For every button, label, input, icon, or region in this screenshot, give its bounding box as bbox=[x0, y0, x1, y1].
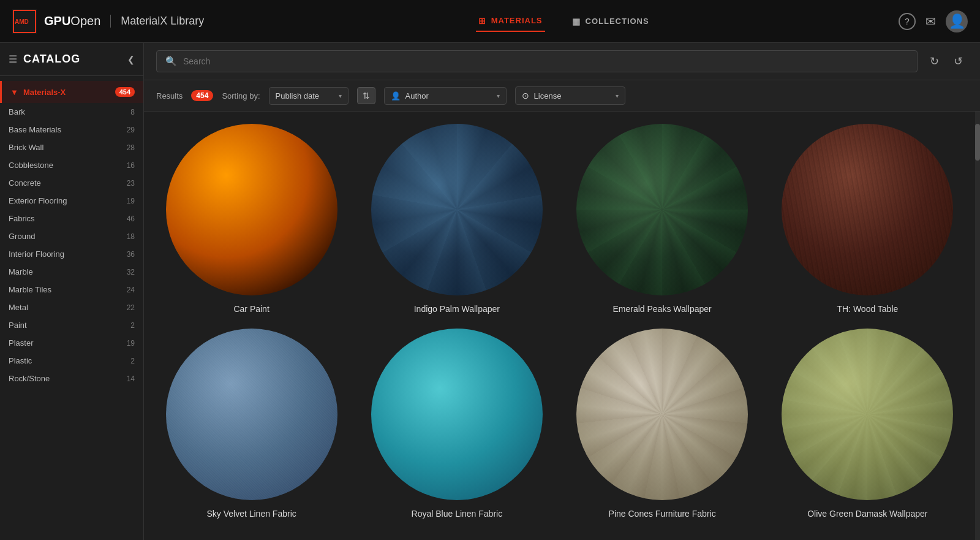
license-dropdown[interactable]: ⊙ License ▾ bbox=[515, 86, 625, 105]
sidebar-item-base-materials[interactable]: Base Materials29 bbox=[0, 121, 143, 139]
sidebar-group-materials-x[interactable]: ▼ Materials-X 454 bbox=[0, 81, 143, 103]
material-card-sky-velvet[interactable]: Sky Velvet Linen Fabric bbox=[156, 329, 347, 519]
sidebar-item-marble[interactable]: Marble32 bbox=[0, 263, 143, 281]
nav-collections[interactable]: ▦ COLLECTIONS bbox=[570, 11, 652, 32]
material-name-sky-velvet: Sky Velvet Linen Fabric bbox=[206, 509, 296, 519]
category-name: Cobblestone bbox=[9, 161, 53, 170]
sidebar-item-metal[interactable]: Metal22 bbox=[0, 299, 143, 316]
material-sphere-olive-damask bbox=[782, 329, 953, 500]
category-count: 14 bbox=[127, 375, 135, 383]
author-dropdown[interactable]: 👤 Author ▾ bbox=[384, 87, 507, 105]
sidebar-item-bark[interactable]: Bark8 bbox=[0, 103, 143, 121]
author-person-icon: 👤 bbox=[391, 91, 401, 101]
refresh-button[interactable]: ↻ bbox=[925, 52, 944, 70]
material-card-wood-table[interactable]: TH: Wood Table bbox=[772, 124, 963, 314]
help-icon: ? bbox=[899, 13, 916, 30]
scrollbar-thumb[interactable] bbox=[975, 124, 980, 161]
reload-button[interactable]: ↺ bbox=[949, 52, 968, 70]
sidebar-item-interior-flooring[interactable]: Interior Flooring36 bbox=[0, 245, 143, 263]
material-grid-area: Car Paint Indigo Palm Wallpaper Emerald … bbox=[144, 112, 975, 540]
sidebar-item-ground[interactable]: Ground18 bbox=[0, 227, 143, 245]
logo-area: AMD GPUOpen MaterialX Library bbox=[12, 9, 204, 34]
material-card-royal-blue[interactable]: Royal Blue Linen Fabric bbox=[361, 329, 552, 519]
material-sphere-emerald-peaks bbox=[576, 124, 748, 295]
author-label: Author bbox=[405, 91, 429, 101]
materials-icon: ⊞ bbox=[478, 16, 486, 26]
category-count: 23 bbox=[127, 179, 135, 188]
category-count: 32 bbox=[127, 268, 135, 276]
category-name: Marble Tiles bbox=[9, 285, 51, 294]
brand-name: GPUOpen bbox=[44, 14, 100, 28]
search-box: 🔍 bbox=[156, 50, 918, 72]
category-count: 19 bbox=[127, 339, 135, 348]
license-chevron-icon: ▾ bbox=[616, 93, 619, 99]
category-count: 28 bbox=[127, 143, 135, 152]
sidebar-item-plaster[interactable]: Plaster19 bbox=[0, 334, 143, 352]
material-card-indigo-palm[interactable]: Indigo Palm Wallpaper bbox=[361, 124, 552, 314]
header: AMD GPUOpen MaterialX Library ⊞ MATERIAL… bbox=[0, 0, 980, 43]
category-count: 8 bbox=[130, 108, 135, 116]
category-name: Metal bbox=[9, 303, 28, 312]
mail-icon: ✉ bbox=[925, 14, 936, 29]
publish-date-dropdown[interactable]: Publish date ▾ bbox=[269, 87, 349, 105]
category-name: Interior Flooring bbox=[9, 249, 64, 259]
category-count: 46 bbox=[127, 215, 135, 223]
group-arrow-icon: ▼ bbox=[10, 88, 18, 97]
group-label: Materials-X bbox=[23, 88, 66, 97]
user-avatar[interactable]: 👤 bbox=[946, 10, 968, 32]
sidebar-header: ☰ CATALOG ❮ bbox=[0, 43, 143, 76]
category-name: Plastic bbox=[9, 356, 32, 365]
results-count-badge: 454 bbox=[191, 90, 213, 101]
material-name-pine-cones: Pine Cones Furniture Fabric bbox=[609, 509, 716, 519]
svg-text:AMD: AMD bbox=[15, 18, 29, 25]
material-card-emerald-peaks[interactable]: Emerald Peaks Wallpaper bbox=[567, 124, 758, 314]
category-name: Paint bbox=[9, 321, 27, 330]
material-card-olive-damask[interactable]: Olive Green Damask Wallpaper bbox=[772, 329, 963, 519]
avatar-icon: 👤 bbox=[949, 13, 965, 29]
search-input[interactable] bbox=[183, 56, 908, 66]
group-count: 454 bbox=[115, 87, 135, 97]
material-name-indigo-palm: Indigo Palm Wallpaper bbox=[414, 304, 500, 314]
sort-order-button[interactable]: ⇅ bbox=[357, 87, 375, 104]
category-name: Exterior Flooring bbox=[9, 196, 67, 205]
sidebar-item-cobblestone[interactable]: Cobblestone16 bbox=[0, 156, 143, 174]
sidebar-item-marble-tiles[interactable]: Marble Tiles24 bbox=[0, 281, 143, 299]
material-sphere-wood-table bbox=[782, 124, 953, 295]
catalog-title: CATALOG bbox=[23, 53, 80, 66]
category-count: 19 bbox=[127, 197, 135, 205]
material-card-pine-cones[interactable]: Pine Cones Furniture Fabric bbox=[567, 329, 758, 519]
sorting-label: Sorting by: bbox=[222, 91, 260, 101]
material-sphere-sky-velvet bbox=[166, 329, 337, 500]
sidebar-item-brick-wall[interactable]: Brick Wall28 bbox=[0, 139, 143, 156]
material-sphere-indigo-palm bbox=[371, 124, 543, 295]
sidebar-item-exterior-flooring[interactable]: Exterior Flooring19 bbox=[0, 192, 143, 210]
sidebar-item-concrete[interactable]: Concrete23 bbox=[0, 174, 143, 192]
sort-order-icon: ⇅ bbox=[363, 91, 370, 101]
category-count: 16 bbox=[127, 161, 135, 170]
sidebar-item-paint[interactable]: Paint2 bbox=[0, 316, 143, 334]
hamburger-icon[interactable]: ☰ bbox=[9, 53, 17, 65]
mail-button[interactable]: ✉ bbox=[925, 14, 936, 29]
category-name: Plaster bbox=[9, 338, 33, 348]
header-actions: ? ✉ 👤 bbox=[899, 10, 968, 32]
main-layout: ☰ CATALOG ❮ ▼ Materials-X 454 Bark8Base … bbox=[0, 43, 980, 540]
sidebar-item-fabrics[interactable]: Fabrics46 bbox=[0, 210, 143, 227]
sidebar-item-rock/stone[interactable]: Rock/Stone14 bbox=[0, 370, 143, 387]
collections-icon: ▦ bbox=[572, 17, 581, 26]
sidebar-item-plastic[interactable]: Plastic2 bbox=[0, 352, 143, 370]
category-list: Bark8Base Materials29Brick Wall28Cobbles… bbox=[0, 103, 143, 387]
category-count: 18 bbox=[127, 232, 135, 241]
collapse-sidebar-button[interactable]: ❮ bbox=[127, 55, 135, 64]
material-card-car-paint[interactable]: Car Paint bbox=[156, 124, 347, 314]
category-count: 2 bbox=[130, 357, 135, 365]
material-grid: Car Paint Indigo Palm Wallpaper Emerald … bbox=[156, 124, 963, 519]
author-chevron-icon: ▾ bbox=[497, 93, 500, 99]
help-button[interactable]: ? bbox=[899, 13, 916, 30]
category-count: 36 bbox=[127, 250, 135, 259]
sidebar: ☰ CATALOG ❮ ▼ Materials-X 454 Bark8Base … bbox=[0, 43, 144, 540]
nav-materials[interactable]: ⊞ MATERIALS bbox=[476, 11, 545, 32]
main-nav: ⊞ MATERIALS ▦ COLLECTIONS bbox=[228, 11, 899, 32]
material-sphere-pine-cones bbox=[576, 329, 748, 500]
material-name-emerald-peaks: Emerald Peaks Wallpaper bbox=[612, 304, 711, 314]
scrollbar-track[interactable] bbox=[975, 112, 980, 540]
